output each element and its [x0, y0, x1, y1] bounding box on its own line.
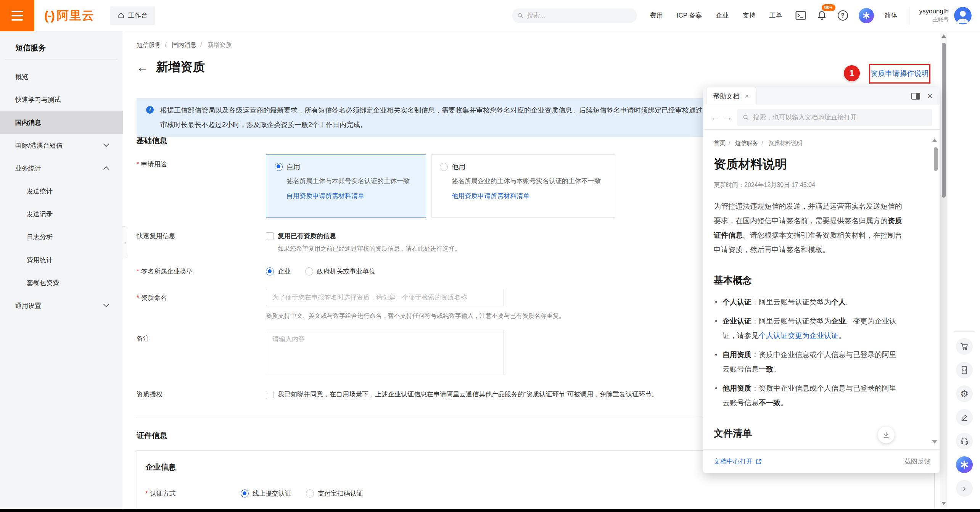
nav-support[interactable]: 支持	[743, 11, 756, 20]
support-button[interactable]	[956, 433, 973, 449]
breadcrumb-sms-service[interactable]: 短信服务	[137, 42, 170, 48]
workbench-button[interactable]: 工作台	[110, 6, 155, 25]
scroll-to-bottom-button[interactable]	[878, 427, 895, 443]
radio-enterprise[interactable]	[266, 267, 274, 275]
qualification-guide-link[interactable]: 资质申请操作说明	[871, 69, 929, 79]
doc-heading-files: 文件清单	[714, 427, 903, 440]
authorization-checkbox-label[interactable]: 我已知晓并同意，在自用场景下，上述企业认证信息在申请阿里云通信其他产品服务的“资…	[278, 390, 658, 399]
sidebar-item-general-settings[interactable]: 通用设置	[0, 294, 123, 317]
help-button[interactable]: ?	[838, 10, 848, 21]
panel-scroll-up-arrow[interactable]	[932, 138, 937, 142]
tab-close-icon[interactable]: ✕	[745, 93, 749, 99]
settings-button[interactable]: ⚙	[956, 385, 973, 402]
radio-online-submit[interactable]	[241, 489, 249, 498]
authorization-checkbox[interactable]	[266, 391, 274, 398]
page-title-row: ← 新增资质	[137, 59, 205, 76]
company-type-enterprise[interactable]: 企业	[266, 267, 291, 276]
purpose-card-other-use[interactable]: 他用 签名所属企业的主体与本账号实名认证的主体不一致 他用资质申请所需材料清单	[431, 155, 615, 217]
cart-button[interactable]	[956, 338, 973, 355]
self-use-materials-link[interactable]: 自用资质申请所需材料清单	[286, 192, 417, 200]
company-type-government[interactable]: 政府机关或事业单位	[305, 267, 375, 276]
scroll-up-arrow[interactable]	[941, 34, 946, 38]
cloudshell-button[interactable]	[795, 11, 806, 20]
nav-forward-icon[interactable]: →	[724, 113, 732, 122]
nav-icp[interactable]: ICP 备案	[677, 11, 702, 20]
radio-alipay-scan[interactable]	[306, 489, 314, 498]
scroll-down-arrow[interactable]	[941, 502, 946, 505]
user-avatar-icon	[954, 7, 972, 24]
doc-search[interactable]	[737, 109, 932, 126]
other-use-desc: 签名所属企业的主体与本账号实名认证的主体不一致	[452, 177, 607, 185]
tab-help-doc[interactable]: 帮助文档 ✕	[706, 87, 756, 105]
radio-government[interactable]	[305, 267, 313, 275]
sidebar: 短信服务 概览 快速学习与测试 国内消息 国际/港澳台短信 业务统计 发送统计 …	[0, 31, 123, 509]
reuse-checkbox-label[interactable]: 复用已有资质的信息	[278, 232, 336, 240]
remark-textarea[interactable]	[266, 330, 504, 375]
home-icon	[117, 12, 125, 19]
dock-panel-icon[interactable]	[911, 93, 920, 100]
other-use-materials-link[interactable]: 他用资质申请所需材料清单	[452, 192, 607, 200]
radio-self-use[interactable]	[275, 163, 283, 171]
sidebar-title: 短信服务	[0, 31, 123, 53]
purpose-card-self-use[interactable]: 自用 签名所属主体与本账号实名认证的主体一致 自用资质申请所需材料清单	[266, 155, 426, 217]
global-search-input[interactable]	[527, 12, 632, 19]
auth-method-online[interactable]: 线上提交认证	[241, 489, 291, 498]
feedback-button[interactable]	[956, 409, 973, 426]
nav-enterprise[interactable]: 企业	[716, 11, 729, 20]
sidebar-item-business-stats[interactable]: 业务统计	[0, 157, 123, 180]
notifications-button[interactable]: 99+	[817, 10, 827, 21]
reuse-checkbox[interactable]	[266, 232, 274, 240]
panel-scrollbar-thumb[interactable]	[934, 147, 938, 171]
ai-assistant-button-side[interactable]	[956, 456, 973, 473]
radio-other-use[interactable]	[440, 163, 448, 171]
sidebar-item-quick-learn[interactable]: 快速学习与测试	[0, 88, 123, 111]
ai-assistant-button[interactable]	[859, 8, 874, 23]
breadcrumb-domestic-message[interactable]: 国内消息	[172, 42, 206, 48]
doc-updated-time: 更新时间：2024年12月30日 17:45:04	[714, 181, 903, 189]
doc-breadcrumb-home[interactable]: 首页	[714, 140, 734, 146]
search-icon	[517, 12, 523, 19]
change-to-enterprise-link[interactable]: 个人认证变更为企业认证	[759, 332, 838, 340]
global-search[interactable]	[512, 8, 637, 23]
question-icon: ?	[838, 10, 848, 21]
main-scrollbar-thumb[interactable]	[942, 43, 946, 198]
sidebar-item-send-records[interactable]: 发送记录	[0, 203, 123, 225]
panel-scroll-down-arrow[interactable]	[932, 440, 937, 444]
auth-method-alipay[interactable]: 支付宝扫码认证	[306, 489, 363, 498]
sidebar-item-domestic-message[interactable]: 国内消息	[0, 111, 123, 134]
nav-billing[interactable]: 费用	[650, 11, 663, 20]
sidebar-item-overview[interactable]: 概览	[0, 65, 123, 88]
sidebar-item-package-pricing[interactable]: 套餐包资费	[0, 271, 123, 294]
sidebar-collapse-handle[interactable]: ‹	[122, 226, 128, 258]
sidebar-item-international-sms[interactable]: 国际/港澳台短信	[0, 134, 123, 157]
doc-search-input[interactable]	[753, 114, 927, 121]
section-cert-info: 证件信息	[137, 430, 167, 441]
account-info[interactable]: ysyoungth 主账号	[919, 8, 949, 23]
headset-icon	[960, 436, 969, 446]
breadcrumb-current: 新增资质	[208, 42, 232, 48]
help-panel-footer: 文档中心打开 截图反馈	[703, 449, 940, 473]
sidebar-item-cost-stats[interactable]: 费用统计	[0, 248, 123, 271]
sidebar-item-log-analysis[interactable]: 日志分析	[0, 225, 123, 248]
breadcrumb: 短信服务 国内消息 新增资质	[137, 41, 232, 49]
sidebar-item-send-stats[interactable]: 发送统计	[0, 180, 123, 203]
back-button[interactable]: ←	[137, 61, 148, 73]
mobile-app-button[interactable]: APP	[956, 362, 973, 378]
qualification-name-input[interactable]	[266, 289, 504, 306]
top-header: (-) 阿里云 工作台 费用 ICP 备案 企业 支持 工单	[0, 0, 980, 31]
nav-back-icon[interactable]: ←	[711, 113, 719, 122]
avatar[interactable]	[954, 7, 972, 24]
doc-breadcrumb: 首页 短信服务 资质材料说明	[714, 140, 903, 147]
doc-breadcrumb-sms[interactable]: 短信服务	[735, 140, 766, 146]
panel-close-icon[interactable]: ✕	[927, 92, 933, 100]
nav-ticket[interactable]: 工单	[769, 11, 782, 20]
screenshot-feedback-button[interactable]: 截图反馈	[904, 457, 930, 466]
reuse-label: 快速复用信息	[137, 232, 266, 253]
toolbar-collapse-button[interactable]: ›	[956, 480, 973, 497]
open-in-doc-center-link[interactable]: 文档中心打开	[714, 457, 762, 466]
language-switch[interactable]: 简体	[885, 11, 898, 20]
alibaba-cloud-logo[interactable]: (-) 阿里云	[44, 8, 95, 24]
main-scrollbar[interactable]	[940, 32, 947, 508]
help-panel-content: 首页 短信服务 资质材料说明 资质材料说明 更新时间：2024年12月30日 1…	[703, 130, 940, 449]
menu-button[interactable]	[0, 0, 34, 31]
